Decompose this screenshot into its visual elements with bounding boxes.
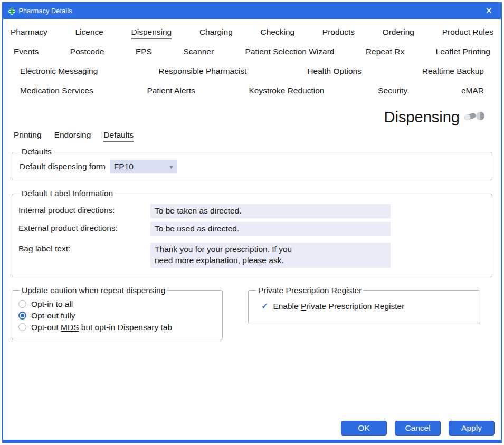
update-caution-legend: Update caution when repeat dispensing bbox=[20, 286, 167, 295]
internal-directions-label: Internal product directions: bbox=[18, 204, 150, 215]
pills-icon bbox=[464, 109, 486, 126]
page-heading: Dispensing bbox=[3, 109, 486, 126]
tab-strip: Pharmacy Licence Dispensing Charging Che… bbox=[3, 19, 501, 101]
tab-product-rules[interactable]: Product Rules bbox=[442, 27, 493, 39]
cancel-button[interactable]: Cancel bbox=[395, 421, 441, 436]
tab-scanner[interactable]: Scanner bbox=[183, 47, 214, 59]
pharmacy-details-window: ✚ Pharmacy Details ✕ Pharmacy Licence Di… bbox=[2, 2, 502, 443]
tab-security[interactable]: Security bbox=[378, 86, 407, 98]
tab-keystroke-reduction[interactable]: Keystroke Reduction bbox=[249, 86, 324, 98]
private-register-legend: Private Prescription Register bbox=[256, 286, 364, 295]
green-cross-app-icon: ✚ bbox=[8, 7, 15, 15]
radio-circle-icon[interactable] bbox=[18, 300, 26, 308]
radio-label: Opt-out fully bbox=[31, 311, 75, 321]
radio-opt-out-fully[interactable]: Opt-out fully bbox=[18, 311, 216, 321]
radio-opt-in-to-all[interactable]: Opt-in to all bbox=[18, 299, 216, 309]
tab-patient-alerts[interactable]: Patient Alerts bbox=[147, 86, 195, 98]
tab-charging[interactable]: Charging bbox=[199, 27, 233, 39]
label-info-group: Default Label Information Internal produ… bbox=[12, 189, 492, 277]
tab-medication-services[interactable]: Medication Services bbox=[20, 86, 93, 98]
enable-private-register-checkbox[interactable]: ✓ Enable Private Prescription Register bbox=[261, 302, 473, 311]
private-register-group: Private Prescription Register ✓ Enable P… bbox=[248, 286, 480, 324]
radio-label: Opt-in to all bbox=[31, 299, 73, 309]
tab-emar[interactable]: eMAR bbox=[461, 86, 484, 98]
checkmark-icon[interactable]: ✓ bbox=[261, 302, 268, 311]
titlebar: ✚ Pharmacy Details ✕ bbox=[3, 3, 501, 19]
radio-label: Opt-out MDS but opt-in Dispensary tab bbox=[31, 323, 172, 332]
defaults-group-legend: Defaults bbox=[20, 147, 54, 157]
bag-label-row: Bag label text: Thank you for your presc… bbox=[18, 243, 486, 268]
subtab-defaults[interactable]: Defaults bbox=[103, 130, 134, 142]
subtab-printing[interactable]: Printing bbox=[14, 130, 42, 142]
tab-row-4: Medication Services Patient Alerts Keyst… bbox=[3, 82, 501, 101]
tab-checking[interactable]: Checking bbox=[261, 27, 295, 39]
radio-circle-icon[interactable] bbox=[18, 323, 26, 331]
internal-directions-field[interactable]: To be taken as directed. bbox=[150, 204, 391, 218]
tab-ordering[interactable]: Ordering bbox=[383, 27, 414, 39]
tab-patient-selection-wizard[interactable]: Patient Selection Wizard bbox=[245, 47, 335, 59]
update-caution-group: Update caution when repeat dispensing Op… bbox=[12, 286, 223, 340]
tab-health-options[interactable]: Health Options bbox=[307, 66, 362, 78]
tab-postcode[interactable]: Postcode bbox=[70, 47, 104, 59]
chevron-down-icon: ▾ bbox=[169, 163, 173, 171]
page-title: Dispensing bbox=[384, 109, 460, 126]
tab-leaflet-printing[interactable]: Leaflet Printing bbox=[436, 47, 490, 59]
window-title: Pharmacy Details bbox=[19, 7, 72, 15]
tab-events[interactable]: Events bbox=[14, 47, 39, 59]
ok-button[interactable]: OK bbox=[341, 421, 387, 436]
tab-products[interactable]: Products bbox=[322, 27, 355, 39]
default-dispensing-form-value: FP10 bbox=[114, 162, 134, 171]
bottom-groups: Update caution when repeat dispensing Op… bbox=[3, 286, 501, 340]
tab-dispensing[interactable]: Dispensing bbox=[131, 27, 172, 39]
external-directions-field[interactable]: To be used as directed. bbox=[150, 222, 391, 236]
tab-pharmacy[interactable]: Pharmacy bbox=[11, 27, 47, 39]
checkbox-label: Enable Private Prescription Register bbox=[273, 302, 404, 311]
subtab-strip: Printing Endorsing Defaults bbox=[14, 130, 501, 142]
tab-repeat-rx[interactable]: Repeat Rx bbox=[366, 47, 404, 59]
tab-realtime-backup[interactable]: Realtime Backup bbox=[422, 66, 484, 78]
radio-circle-selected-icon[interactable] bbox=[18, 312, 26, 320]
bag-label-text-field[interactable]: Thank you for your prescription. If you … bbox=[150, 243, 391, 268]
default-dispensing-form-label: Default dispensing form bbox=[20, 162, 106, 171]
apply-button[interactable]: Apply bbox=[449, 421, 495, 436]
tab-licence[interactable]: Licence bbox=[75, 27, 103, 39]
internal-directions-row: Internal product directions: To be taken… bbox=[18, 204, 486, 218]
footer-buttons: OK Cancel Apply bbox=[341, 421, 495, 436]
tab-row-2: Events Postcode EPS Scanner Patient Sele… bbox=[3, 43, 501, 62]
subtab-endorsing[interactable]: Endorsing bbox=[54, 130, 91, 142]
default-dispensing-form-select[interactable]: FP10 ▾ bbox=[110, 160, 177, 173]
external-directions-label: External product directions: bbox=[18, 222, 150, 233]
bag-label-text-label: Bag label text: bbox=[18, 243, 150, 254]
label-info-group-legend: Default Label Information bbox=[20, 189, 115, 198]
tab-electronic-messaging[interactable]: Electronic Messaging bbox=[20, 66, 98, 78]
defaults-group: Defaults Default dispensing form FP10 ▾ bbox=[12, 147, 492, 180]
tab-row-3: Electronic Messaging Responsible Pharmac… bbox=[3, 62, 501, 82]
tab-responsible-pharmacist[interactable]: Responsible Pharmacist bbox=[158, 66, 246, 78]
close-icon[interactable]: ✕ bbox=[482, 7, 496, 15]
external-directions-row: External product directions: To be used … bbox=[18, 222, 486, 236]
radio-opt-out-mds[interactable]: Opt-out MDS but opt-in Dispensary tab bbox=[18, 323, 216, 332]
tab-row-1: Pharmacy Licence Dispensing Charging Che… bbox=[3, 23, 501, 43]
tab-eps[interactable]: EPS bbox=[136, 47, 152, 59]
